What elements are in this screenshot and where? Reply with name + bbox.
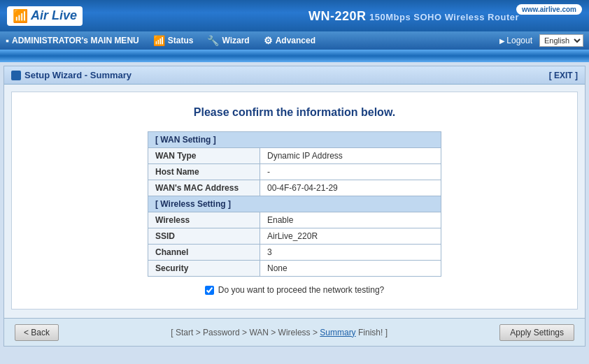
wireless-section-header-row: [ Wireless Setting ] [148,196,441,212]
nav-main-menu[interactable]: ▪ ADMINISTRATOR's MAIN MENU [6,35,139,46]
host-name-row: Host Name - [148,164,441,180]
back-button[interactable]: < Back [15,324,59,341]
ssid-value: AirLive_220R [260,228,441,245]
navbar: ▪ ADMINISTRATOR's MAIN MENU 📶 Status 🔧 W… [0,31,589,50]
status-icon: 📶 [153,35,165,46]
breadcrumb-summary-link[interactable]: Summary [320,328,355,337]
nav-advanced[interactable]: ⚙ Advanced [264,35,315,46]
logo-area: 📶 Air Live [7,6,83,26]
host-name-value: - [260,164,441,180]
wan-type-row: WAN Type Dynamic IP Address [148,148,441,164]
wan-section-header-row: [ WAN Setting ] [148,132,441,148]
divider-bar [0,50,589,62]
confirm-heading: Please confirm the information below. [26,106,563,119]
security-row: Security None [148,261,441,277]
logout-link[interactable]: ▶ Logout [499,36,532,45]
wizard-icon: 🔧 [207,35,219,46]
wireless-value: Enable [260,212,441,228]
model-name: WN-220R [308,8,367,22]
channel-row: Channel 3 [148,245,441,261]
host-name-label: Host Name [148,164,260,180]
nav-status[interactable]: 📶 Status [153,35,194,46]
logo-box: 📶 Air Live [7,6,83,26]
bottom-bar: < Back [ Start > Password > WAN > Wirele… [4,318,585,346]
breadcrumb-end: Finish! ] [356,328,388,337]
exit-link[interactable]: [ EXIT ] [549,71,578,80]
network-test-checkbox[interactable] [205,286,214,295]
breadcrumb-text: [ Start > Password > WAN > Wireless > [171,328,320,337]
main-content: Please confirm the information below. [ … [11,92,578,310]
wireless-label: Wireless [148,212,260,228]
section-icon [11,71,21,80]
apply-settings-button[interactable]: Apply Settings [499,324,574,341]
wan-section-label: [ WAN Setting ] [148,132,441,148]
wireless-row: Wireless Enable [148,212,441,228]
nav-wizard[interactable]: 🔧 Wizard [207,35,249,46]
wireless-section-label: [ Wireless Setting ] [148,196,441,212]
logo-text: Air Live [31,8,77,23]
header-url: www.airlive.com [516,4,582,15]
logout-arrow-icon: ▶ [499,37,505,45]
channel-label: Channel [148,245,260,261]
ssid-row: SSID AirLive_220R [148,228,441,245]
wan-type-label: WAN Type [148,148,260,164]
wan-mac-label: WAN's MAC Address [148,180,260,196]
breadcrumb: [ Start > Password > WAN > Wireless > Su… [59,328,499,337]
wan-mac-row: WAN's MAC Address 00-4F-67-04-21-29 [148,180,441,196]
language-select[interactable]: English [539,34,583,47]
section-title: Setup Wizard - Summary [11,70,132,80]
channel-value: 3 [260,245,441,261]
wan-mac-value: 00-4F-67-04-21-29 [260,180,441,196]
network-test-label: Do you want to proceed the network testi… [218,285,384,295]
content-area: Setup Wizard - Summary [ EXIT ] Please c… [3,66,586,347]
advanced-icon: ⚙ [264,35,273,46]
nav-right: ▶ Logout English [499,34,583,47]
section-header: Setup Wizard - Summary [ EXIT ] [4,66,585,85]
model-desc: 150Mbps SOHO Wireless Router [369,11,519,22]
header-title: WN-220R 150Mbps SOHO Wireless Router [308,8,519,23]
wan-type-value: Dynamic IP Address [260,148,441,164]
header: 📶 Air Live WN-220R 150Mbps SOHO Wireless… [0,0,589,31]
security-value: None [260,261,441,277]
summary-table: [ WAN Setting ] WAN Type Dynamic IP Addr… [148,131,441,277]
network-test-area: Do you want to proceed the network testi… [26,285,563,295]
security-label: Security [148,261,260,277]
ssid-label: SSID [148,228,260,245]
main-menu-icon: ▪ [6,35,9,46]
